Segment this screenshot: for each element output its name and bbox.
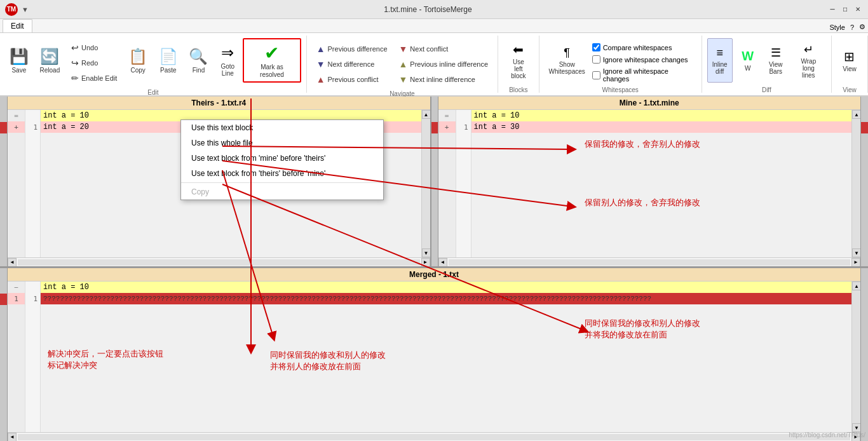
wrap-long-button[interactable]: ↵ Wrap long lines	[791, 38, 826, 83]
mine-vscroll[interactable]: ▲ ▼	[851, 110, 860, 257]
help-icon[interactable]: ?	[850, 24, 854, 31]
goto-line-button[interactable]: ⇒ Goto Line	[215, 38, 240, 83]
paste-label: Paste	[160, 67, 177, 74]
rg-n	[861, 111, 868, 122]
ribbon-group-whitespaces: ¶ Show Whitespaces Compare whitespaces I…	[539, 36, 702, 93]
vscroll-up-t[interactable]: ▲	[422, 110, 430, 119]
inline-diff-icon: ≡	[716, 46, 723, 60]
style-label[interactable]: Style	[829, 24, 844, 31]
line-marker-eq-merged: −	[8, 282, 25, 293]
vscroll-down-m[interactable]: ▼	[852, 248, 860, 257]
inline-diff-label: Inline diff	[712, 61, 728, 75]
goto-icon: ⇒	[221, 44, 234, 62]
menu-use-whole-file[interactable]: Use this whole file	[181, 135, 383, 151]
vscroll-up-merged[interactable]: ▲	[852, 282, 860, 290]
merged-vscroll[interactable]: ▲ ▼	[851, 282, 860, 432]
word-label: W	[745, 65, 750, 72]
mine-header: Mine - 1.txt.mine	[438, 97, 861, 110]
undo-button[interactable]: ↩ Undo	[67, 41, 121, 55]
theirs-hscroll[interactable]: ◄ ►	[8, 257, 430, 266]
mid-gutter	[431, 97, 438, 266]
inline-diff-button[interactable]: ≡ Inline diff	[707, 38, 733, 83]
vscroll-up-m[interactable]: ▲	[852, 110, 860, 119]
tab-edit[interactable]: Edit	[3, 19, 32, 32]
settings-icon[interactable]: ⚙	[859, 23, 865, 31]
up-arrow-icon: ▲	[316, 44, 325, 54]
use-left-block-button[interactable]: ⬅ Use left block	[503, 38, 534, 83]
compare-ws-label: Compare whitespaces	[603, 44, 672, 51]
reload-button[interactable]: 🔄 Reload	[36, 38, 64, 83]
next-conflict-button[interactable]: ▼ Next conflict	[395, 42, 493, 56]
line-marker-plus-t: +	[8, 121, 25, 133]
use-left-label: Use left block	[508, 58, 529, 79]
maximize-button[interactable]: □	[840, 4, 850, 15]
undo-icon: ↩	[71, 43, 79, 53]
mark-as-resolved-button[interactable]: ✔ Mark as resolved	[243, 38, 301, 83]
paste-button[interactable]: 📄 Paste	[154, 38, 182, 83]
copy-button[interactable]: 📋 Copy	[124, 38, 152, 83]
vscroll-down-merged[interactable]: ▼	[852, 423, 860, 432]
mid-gutter-h	[431, 97, 438, 111]
ignore-ws-checkbox[interactable]: Ignore whitespace changes	[592, 55, 696, 64]
use-left-icon: ⬅	[513, 42, 524, 57]
merged-code-area: int a = 10 ?????????????????????????????…	[41, 282, 851, 432]
merged-hscroll[interactable]: ◄ ►	[8, 432, 860, 441]
redo-button[interactable]: ↪ Redo	[67, 56, 121, 70]
find-button[interactable]: 🔍 Find	[185, 38, 213, 83]
show-whitespaces-button[interactable]: ¶ Show Whitespaces	[545, 38, 590, 83]
left-gutter-theirs	[0, 97, 8, 266]
menu-separator	[181, 182, 383, 183]
ribbon-tabs: Edit Style ? ⚙	[0, 19, 868, 33]
menu-use-text-block[interactable]: Use this text block	[181, 120, 383, 135]
menu-copy: Copy	[181, 184, 383, 200]
menu-theirs-before-mine[interactable]: Use text block from 'theirs' before 'min…	[181, 166, 383, 181]
title-bar: TM ▼ 1.txt.mine - TortoiseMerge ─ □ ✕	[0, 0, 868, 19]
save-button[interactable]: 💾 Save	[5, 38, 33, 83]
view-bars-button[interactable]: ☰ View Bars	[763, 38, 789, 83]
hscroll-right-t[interactable]: ►	[421, 258, 430, 267]
next-diff-button[interactable]: ▼ Next difference	[312, 57, 392, 71]
gutter-conflict-1	[0, 122, 7, 133]
ws-group-label: Whitespaces	[602, 85, 639, 95]
prev-inline-button[interactable]: ▲ Previous inline difference	[395, 57, 493, 71]
mine-pane: Mine - 1.txt.mine = + 1 int a = 10 int a…	[438, 97, 861, 266]
right-gutter-merged	[860, 268, 868, 441]
menu-mine-before-theirs[interactable]: Use text block from 'mine' before 'their…	[181, 151, 383, 166]
ln-1-m: 1	[456, 121, 471, 133]
prev-conflict-button[interactable]: ▲ Previous conflict	[312, 72, 392, 86]
view-other-button[interactable]: ⊞ View	[837, 38, 862, 83]
whitespace-icon: ¶	[564, 46, 570, 60]
hscroll-left-m[interactable]: ◄	[438, 258, 447, 267]
close-button[interactable]: ✕	[853, 4, 863, 15]
ignore-all-ws-checkbox[interactable]: Ignore all whitespace changes	[592, 67, 696, 83]
hscroll-left-merged[interactable]: ◄	[8, 433, 17, 442]
vscroll-track-t	[422, 119, 430, 248]
hscroll-left-t[interactable]: ◄	[8, 258, 17, 267]
theirs-vscroll[interactable]: ▲ ▼	[421, 110, 430, 257]
app-logo: TM	[5, 3, 18, 16]
blocks-group-label: Blocks	[509, 85, 527, 95]
hscroll-right-merged[interactable]: ►	[851, 433, 860, 442]
next-inline-button[interactable]: ▼ Next inline difference	[395, 72, 493, 86]
vscroll-down-t[interactable]: ▼	[422, 248, 430, 257]
compare-ws-checkbox[interactable]: Compare whitespaces	[592, 43, 696, 51]
minimize-button[interactable]: ─	[827, 4, 837, 15]
prev-diff-button[interactable]: ▲ Previous difference	[312, 42, 392, 56]
mine-hscroll[interactable]: ◄ ►	[438, 257, 861, 266]
word-diff-button[interactable]: W W	[735, 38, 761, 83]
lg-merged-c	[0, 294, 7, 305]
ribbon-group-view: ⊞ View View	[832, 36, 868, 93]
paste-icon: 📄	[159, 48, 178, 65]
line-marker-eq-m: =	[438, 110, 456, 121]
mine-line-2: int a = 30	[471, 121, 852, 133]
next-conflict-label: Next conflict	[410, 45, 448, 53]
hscroll-right-m[interactable]: ►	[851, 258, 860, 267]
left-gutter-merged	[0, 268, 8, 441]
mark-resolved-label: Mark as resolved	[248, 64, 295, 79]
vscroll-track-m	[852, 119, 860, 248]
copy-icon: 📋	[128, 48, 147, 65]
mid-gutter-c	[431, 122, 438, 133]
undo-label: Undo	[81, 44, 98, 51]
enable-edit-button[interactable]: ✏ Enable Edit	[67, 71, 121, 85]
find-label: Find	[193, 67, 205, 74]
